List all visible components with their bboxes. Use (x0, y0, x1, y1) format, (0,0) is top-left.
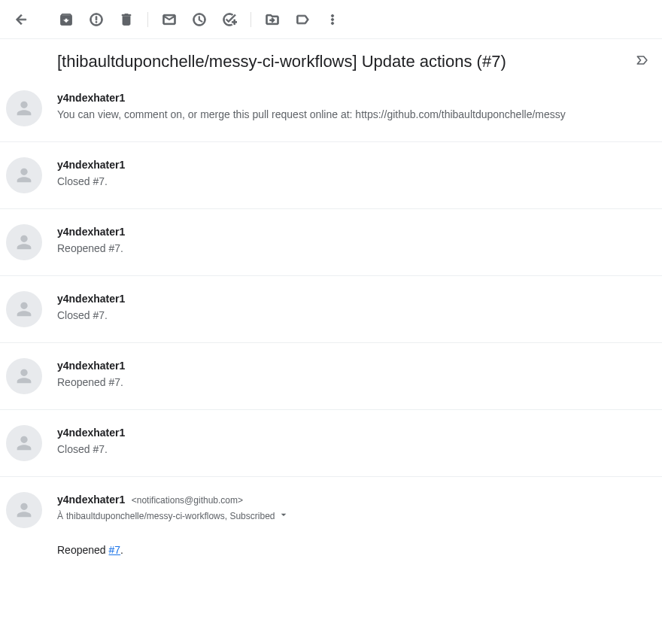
avatar[interactable] (6, 358, 42, 394)
labels-button[interactable] (287, 5, 317, 35)
message-collapsed[interactable]: y4ndexhater1 Reopened #7. (0, 209, 662, 276)
snippet-text: You can view, comment on, or merge this … (57, 107, 650, 122)
avatar[interactable] (6, 157, 42, 193)
message-collapsed[interactable]: y4ndexhater1 You can view, comment on, o… (0, 78, 662, 142)
back-button[interactable] (6, 5, 36, 35)
message-collapsed[interactable]: y4ndexhater1 Closed #7. (0, 276, 662, 343)
issue-link[interactable]: #7 (109, 544, 121, 556)
message-expanded: y4ndexhater1 <notifications@github.com> … (0, 477, 662, 571)
message-collapsed[interactable]: y4ndexhater1 Closed #7. (0, 142, 662, 209)
subject-row: [thibaultduponchelle/messy-ci-workflows]… (0, 39, 662, 78)
sender-name: y4ndexhater1 (57, 224, 650, 239)
importance-marker[interactable] (635, 53, 650, 71)
to-text: thibaultduponchelle/messy-ci-workflows, … (66, 511, 275, 521)
toolbar (0, 0, 662, 39)
sender-name: y4ndexhater1 (57, 157, 650, 172)
to-prefix: À (57, 511, 63, 521)
avatar[interactable] (6, 425, 42, 461)
snippet-text: Reopened #7. (57, 375, 650, 390)
recipients-row[interactable]: À thibaultduponchelle/messy-ci-workflows… (57, 509, 650, 523)
avatar[interactable] (6, 291, 42, 327)
sender-name[interactable]: y4ndexhater1 (57, 494, 125, 506)
avatar[interactable] (6, 224, 42, 260)
snippet-text: Reopened #7. (57, 241, 650, 256)
show-details-icon[interactable] (278, 509, 290, 523)
snippet-text: Closed #7. (57, 442, 650, 457)
avatar[interactable] (6, 90, 42, 126)
move-to-button[interactable] (257, 5, 287, 35)
sender-email: <notifications@github.com> (132, 495, 243, 506)
toolbar-separator (147, 12, 148, 27)
message-body: Reopened #7. (57, 544, 650, 556)
snippet-text: Closed #7. (57, 174, 650, 189)
mark-unread-button[interactable] (154, 5, 184, 35)
add-to-tasks-button[interactable] (214, 5, 244, 35)
archive-button[interactable] (51, 5, 81, 35)
toolbar-separator (251, 12, 251, 27)
message-collapsed[interactable]: y4ndexhater1 Reopened #7. (0, 343, 662, 410)
sender-name: y4ndexhater1 (57, 425, 650, 440)
more-button[interactable] (317, 5, 348, 35)
sender-name: y4ndexhater1 (57, 291, 650, 306)
sender-name: y4ndexhater1 (57, 358, 650, 373)
snippet-text: Closed #7. (57, 308, 650, 323)
sender-name: y4ndexhater1 (57, 90, 650, 105)
subject-text: [thibaultduponchelle/messy-ci-workflows]… (57, 51, 626, 72)
avatar[interactable] (6, 492, 42, 528)
report-spam-button[interactable] (81, 5, 111, 35)
delete-button[interactable] (111, 5, 141, 35)
message-collapsed[interactable]: y4ndexhater1 Closed #7. (0, 410, 662, 477)
snooze-button[interactable] (184, 5, 214, 35)
